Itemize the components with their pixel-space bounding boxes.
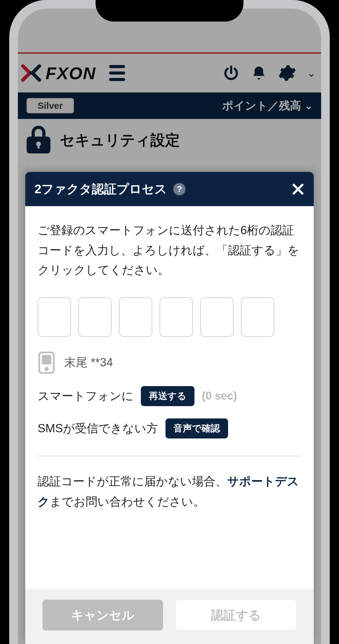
voice-confirm-button[interactable]: 音声で確認 xyxy=(165,418,228,438)
lock-icon xyxy=(27,126,51,155)
code-input-row xyxy=(38,297,301,337)
help-icon[interactable]: ? xyxy=(173,183,186,195)
modal-title: 2ファクタ認証プロセス xyxy=(35,181,167,198)
code-digit-2[interactable] xyxy=(78,297,112,337)
chevron-down-icon: ⌄ xyxy=(305,100,312,111)
brand-logo[interactable]: FXON xyxy=(21,63,96,83)
tier-badge: Silver xyxy=(27,98,74,113)
resend-prefix: スマートフォンに xyxy=(38,388,133,404)
separator xyxy=(38,456,301,456)
tier-bar: Silver ポイント／残高 ⌄ xyxy=(18,92,321,119)
brand-name: FXON xyxy=(46,63,96,83)
points-balance-toggle[interactable]: ポイント／残高 ⌄ xyxy=(222,98,312,113)
phone-screen: FXON xyxy=(18,9,321,644)
gear-icon[interactable] xyxy=(278,64,296,82)
svg-point-0 xyxy=(29,71,33,75)
code-digit-6[interactable] xyxy=(241,297,274,337)
modal-body: ご登録のスマートフォンに送付された6桁の認証コードを入力し、よろしければ、「認証… xyxy=(25,206,314,521)
modal-footer: キャンセル 認証する xyxy=(25,589,314,644)
phone-frame: FXON xyxy=(9,0,330,644)
code-digit-5[interactable] xyxy=(200,297,234,337)
points-label: ポイント／残高 xyxy=(222,98,301,113)
phone-last-label: 末尾 **34 xyxy=(64,355,113,370)
two-factor-modal: 2ファクタ認証プロセス ? ご登録のスマートフォンに送付された6桁の認証コードを… xyxy=(25,172,314,644)
resend-button[interactable]: 再送する xyxy=(141,386,194,406)
menu-icon[interactable] xyxy=(109,65,125,81)
code-digit-3[interactable] xyxy=(119,297,152,337)
modal-header: 2ファクタ認証プロセス ? xyxy=(25,172,314,206)
close-icon[interactable] xyxy=(292,183,304,196)
confirm-button[interactable]: 認証する xyxy=(175,600,296,630)
modal-description: ご登録のスマートフォンに送付された6桁の認証コードを入力し、よろしければ、「認証… xyxy=(38,220,301,280)
phone-notch xyxy=(96,0,243,22)
support-suffix: までお問い合わせください。 xyxy=(50,495,205,508)
device-icon xyxy=(38,352,55,374)
code-digit-1[interactable] xyxy=(38,297,71,337)
svg-rect-2 xyxy=(42,355,51,364)
voice-prefix: SMSが受信できない方 xyxy=(38,421,158,436)
app-header: FXON xyxy=(18,52,321,92)
voice-row: SMSが受信できない方 音声で確認 xyxy=(38,418,301,438)
code-digit-4[interactable] xyxy=(160,297,193,337)
page-title: セキュリティ設定 xyxy=(60,130,180,150)
resend-countdown: (0 sec) xyxy=(202,389,237,402)
svg-point-3 xyxy=(44,367,49,371)
bell-icon[interactable] xyxy=(250,64,268,82)
brand-mark-icon xyxy=(21,63,41,83)
support-text: 認証コードが正常に届かない場合、サポートデスクまでお問い合わせください。 xyxy=(38,471,301,512)
chevron-down-icon[interactable]: ⌄ xyxy=(307,67,316,79)
phone-last-digits: 末尾 **34 xyxy=(38,352,301,374)
cancel-button[interactable]: キャンセル xyxy=(43,600,163,630)
support-prefix: 認証コードが正常に届かない場合、 xyxy=(38,475,227,488)
page-title-row: セキュリティ設定 xyxy=(18,126,321,155)
resend-row: スマートフォンに 再送する (0 sec) xyxy=(38,386,301,406)
power-icon[interactable] xyxy=(223,64,240,82)
